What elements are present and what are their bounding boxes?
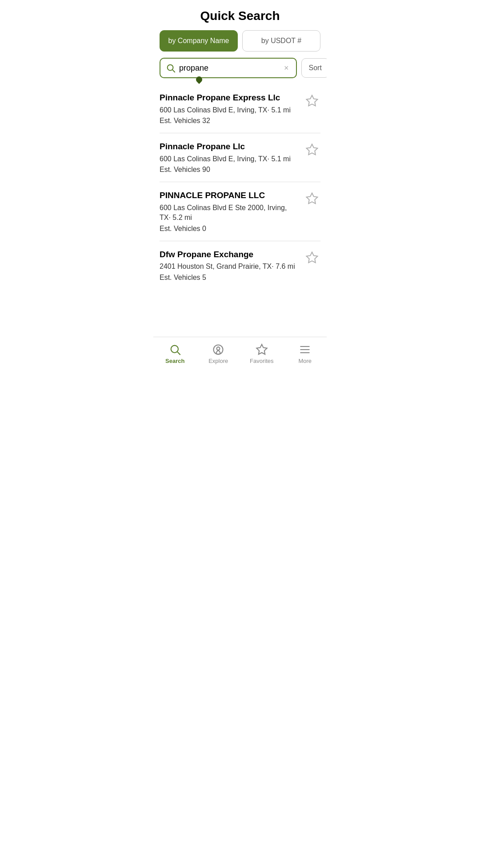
tab-usdot[interactable]: by USDOT # (242, 30, 320, 52)
favorite-button[interactable] (304, 249, 320, 266)
favorite-button[interactable] (304, 141, 320, 158)
result-item[interactable]: PINNACLE PROPANE LLC 600 Las Colinas Blv… (160, 182, 320, 241)
result-company-name: Pinnacle Propane Llc (160, 141, 299, 152)
svg-point-9 (217, 347, 220, 350)
result-item[interactable]: Dfw Propane Exchange 2401 Houston St, Gr… (160, 241, 320, 290)
svg-marker-4 (307, 193, 318, 204)
nav-favorites-label: Favorites (250, 358, 273, 364)
explore-nav-icon (212, 343, 224, 356)
result-info: PINNACLE PROPANE LLC 600 Las Colinas Blv… (160, 190, 304, 232)
more-nav-icon (299, 343, 311, 356)
svg-marker-5 (307, 252, 318, 263)
result-info: Pinnacle Propane Llc 600 Las Colinas Blv… (160, 141, 304, 174)
svg-line-1 (172, 70, 175, 72)
tab-company-name[interactable]: by Company Name (160, 30, 238, 52)
result-item[interactable]: Pinnacle Propane Express Llc 600 Las Col… (160, 84, 320, 133)
result-vehicles: Est. Vehicles 32 (160, 117, 299, 125)
result-address: 600 Las Colinas Blvd E Ste 2000, Irving,… (160, 203, 299, 223)
svg-line-7 (177, 352, 180, 354)
favorites-nav-icon (256, 343, 268, 356)
favorite-button[interactable] (304, 92, 320, 109)
result-company-name: PINNACLE PROPANE LLC (160, 190, 299, 201)
result-info: Pinnacle Propane Express Llc 600 Las Col… (160, 92, 304, 125)
nav-more[interactable]: More (284, 342, 327, 366)
favorite-button[interactable] (304, 190, 320, 207)
result-address: 2401 Houston St, Grand Prairie, TX· 7.6 … (160, 262, 299, 271)
nav-more-label: More (298, 358, 312, 364)
result-company-name: Pinnacle Propane Express Llc (160, 92, 299, 104)
result-vehicles: Est. Vehicles 90 (160, 166, 299, 174)
svg-point-8 (214, 345, 223, 354)
svg-marker-3 (307, 144, 318, 155)
search-input[interactable] (179, 64, 282, 73)
clear-search-button[interactable]: × (282, 64, 291, 73)
result-address: 600 Las Colinas Blvd E, Irving, TX· 5.1 … (160, 105, 299, 115)
result-info: Dfw Propane Exchange 2401 Houston St, Gr… (160, 249, 304, 282)
nav-search-label: Search (165, 358, 184, 364)
search-icon (166, 63, 176, 73)
page-title: Quick Search (153, 0, 327, 30)
sort-button[interactable]: Sort (301, 58, 327, 78)
text-cursor-indicator (195, 75, 204, 84)
nav-search[interactable]: Search (153, 342, 197, 366)
svg-marker-2 (307, 96, 318, 106)
results-list: Pinnacle Propane Express Llc 600 Las Col… (153, 84, 327, 337)
svg-point-6 (171, 346, 178, 353)
tab-bar: by Company Name by USDOT # (153, 30, 327, 58)
bottom-nav: Search Explore Favorites More (153, 337, 327, 375)
result-vehicles: Est. Vehicles 0 (160, 225, 299, 233)
result-address: 600 Las Colinas Blvd E, Irving, TX· 5.1 … (160, 154, 299, 164)
nav-explore[interactable]: Explore (197, 342, 240, 366)
result-item[interactable]: Pinnacle Propane Llc 600 Las Colinas Blv… (160, 133, 320, 182)
result-vehicles: Est. Vehicles 5 (160, 274, 299, 282)
search-nav-icon (169, 343, 181, 356)
nav-favorites[interactable]: Favorites (240, 342, 284, 366)
result-company-name: Dfw Propane Exchange (160, 249, 299, 260)
nav-explore-label: Explore (208, 358, 228, 364)
svg-marker-10 (256, 344, 267, 354)
search-row: × Sort (153, 58, 327, 84)
search-box: × (160, 58, 297, 78)
